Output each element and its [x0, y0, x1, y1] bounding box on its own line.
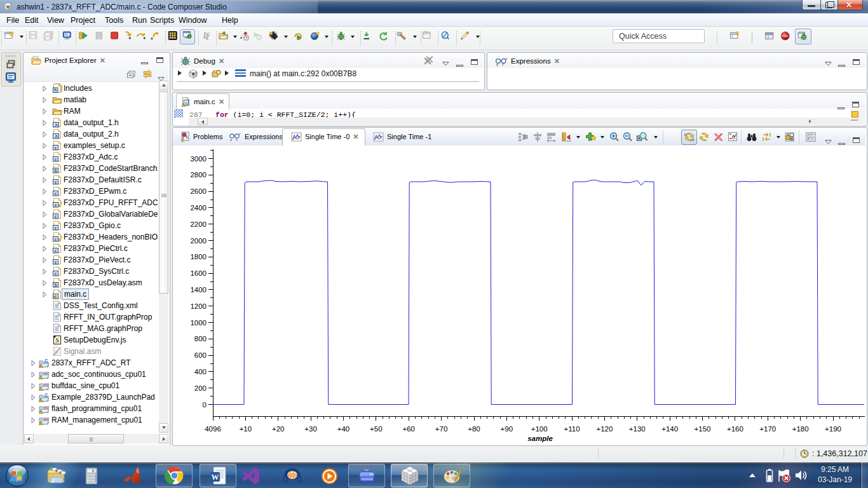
svg-text:+100: +100	[531, 425, 548, 433]
svg-text:ccs: ccs	[44, 416, 49, 420]
svg-text:ccs: ccs	[44, 382, 49, 386]
svg-text:c: c	[55, 191, 57, 196]
svg-text:=: =	[236, 137, 238, 142]
svg-text:800: 800	[194, 335, 207, 342]
svg-text:400: 400	[194, 368, 207, 376]
svg-text:x: x	[496, 62, 499, 67]
svg-text:+70: +70	[435, 425, 448, 433]
svg-text:c: c	[55, 271, 57, 276]
svg-text:+180: +180	[792, 425, 809, 433]
svg-text:+110: +110	[564, 425, 580, 433]
svg-text:c: c	[55, 180, 57, 184]
svg-text:c: c	[55, 157, 57, 161]
svg-text:.h: .h	[54, 123, 58, 127]
svg-text:+150: +150	[695, 425, 711, 433]
svg-text:+140: +140	[661, 425, 678, 433]
svg-text:+80: +80	[468, 425, 480, 433]
svg-text:+120: +120	[596, 425, 613, 433]
svg-text:C: C	[44, 358, 48, 363]
svg-text:c: c	[55, 146, 57, 150]
svg-text:.h: .h	[54, 134, 58, 139]
svg-text:h: h	[54, 88, 57, 92]
svg-text:1800: 1800	[190, 253, 207, 261]
svg-text:+20: +20	[272, 425, 285, 433]
svg-text:sample: sample	[527, 435, 553, 442]
svg-text:1200: 1200	[190, 302, 207, 310]
svg-text:x: x	[230, 138, 232, 142]
svg-text:c: c	[55, 237, 57, 241]
svg-text:c: c	[55, 214, 57, 219]
svg-text:1600: 1600	[190, 269, 207, 277]
svg-text:4096: 4096	[205, 425, 221, 433]
svg-text:2800: 2800	[190, 171, 207, 179]
svg-text:+160: +160	[727, 425, 743, 433]
svg-text:+170: +170	[759, 425, 776, 433]
svg-text:!: !	[183, 104, 184, 107]
svg-text:2400: 2400	[190, 204, 207, 212]
svg-text:+50: +50	[370, 425, 383, 433]
svg-text:2200: 2200	[190, 220, 207, 228]
svg-text:c: c	[185, 100, 187, 105]
svg-text:↓: ↓	[189, 35, 190, 38]
svg-text:+90: +90	[501, 425, 513, 433]
svg-text:c: c	[55, 260, 57, 264]
svg-text:ccs: ccs	[44, 370, 49, 374]
svg-text:2600: 2600	[190, 187, 207, 195]
svg-text:3000: 3000	[190, 155, 207, 163]
svg-text:H: H	[691, 138, 694, 142]
svg-text:0: 0	[92, 469, 94, 473]
svg-text:+60: +60	[402, 425, 415, 433]
svg-text:1400: 1400	[190, 286, 207, 294]
svg-text:c: c	[55, 203, 57, 207]
svg-text:+10: +10	[240, 425, 252, 433]
svg-text:Simple: Simple	[782, 35, 789, 37]
svg-text:c: c	[55, 226, 57, 230]
svg-text:c: c	[55, 248, 57, 253]
svg-text:+40: +40	[337, 425, 350, 433]
svg-text:200: 200	[194, 384, 207, 392]
svg-text:S: S	[54, 283, 57, 287]
svg-text:ccs: ccs	[44, 405, 49, 409]
svg-text:0: 0	[203, 401, 207, 409]
svg-text:C: C	[44, 393, 48, 397]
svg-text:S: S	[54, 168, 57, 173]
svg-text:W: W	[212, 473, 219, 482]
svg-text:2000: 2000	[190, 237, 207, 245]
svg-text:+130: +130	[629, 425, 646, 433]
svg-text:=: =	[502, 62, 505, 67]
svg-text:+190: +190	[825, 425, 841, 433]
svg-text:+30: +30	[304, 425, 317, 433]
svg-text:600: 600	[194, 351, 207, 359]
svg-text:1000: 1000	[190, 319, 207, 327]
